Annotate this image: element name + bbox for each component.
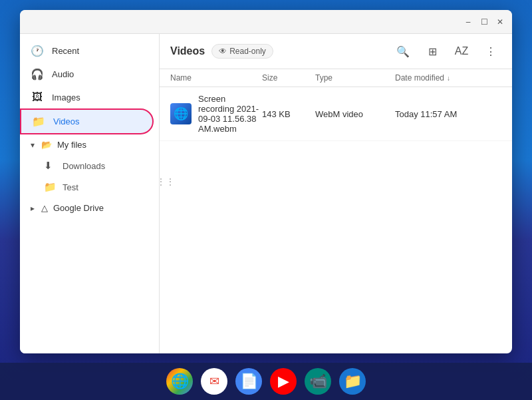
- read-only-icon: 👁: [219, 47, 227, 56]
- taskbar-chrome[interactable]: 🌐: [166, 368, 193, 395]
- sidebar-item-images-label: Images: [52, 93, 80, 102]
- file-size: 143 KB: [262, 109, 315, 119]
- file-manager-window: – ☐ ✕ 🕐 Recent 🎧 Audio 🖼 Images: [20, 10, 512, 353]
- taskbar-youtube[interactable]: ▶: [270, 368, 297, 395]
- test-folder-icon: 📁: [44, 181, 56, 193]
- header-left: Videos 👁 Read-only: [170, 44, 273, 59]
- maximize-button[interactable]: ☐: [477, 15, 491, 29]
- sort-desc-icon: ↓: [447, 75, 450, 82]
- sidebar-item-downloads[interactable]: ⬇ Downloads: [20, 155, 159, 176]
- more-options-button[interactable]: ⋮: [480, 41, 501, 62]
- file-name-cell: 🌐 Screen recording 2021-09-03 11.56.38 A…: [170, 94, 262, 134]
- sidebar-item-audio-label: Audio: [52, 69, 74, 79]
- column-name[interactable]: Name: [170, 73, 262, 83]
- googledrive-collapse-icon: ▸: [31, 204, 35, 213]
- sidebar-googledrive-section[interactable]: ▸ △ Google Drive: [20, 198, 159, 218]
- table-row[interactable]: 🌐 Screen recording 2021-09-03 11.56.38 A…: [160, 87, 512, 141]
- sidebar-myfiles-section[interactable]: ▾ 📂 My files: [20, 134, 159, 155]
- recent-icon: 🕐: [31, 45, 44, 57]
- grid-view-button[interactable]: ⊞: [422, 41, 443, 62]
- sidebar-item-test[interactable]: 📁 Test: [20, 176, 159, 198]
- sidebar-item-videos-label: Videos: [53, 116, 80, 126]
- content-header: Videos 👁 Read-only 🔍 ⊞ AZ ⋮: [160, 34, 512, 69]
- read-only-label: Read-only: [229, 47, 266, 56]
- myfiles-collapse-icon: ▾: [31, 140, 35, 150]
- googledrive-icon: △: [41, 203, 48, 213]
- file-type: WebM video: [315, 109, 395, 119]
- test-label: Test: [63, 182, 78, 192]
- myfiles-icon: 📂: [41, 140, 52, 150]
- main-content: Videos 👁 Read-only 🔍 ⊞ AZ ⋮: [160, 34, 512, 353]
- search-button[interactable]: 🔍: [392, 41, 414, 62]
- title-bar: – ☐ ✕: [20, 10, 512, 34]
- downloads-label: Downloads: [63, 161, 105, 171]
- sidebar: 🕐 Recent 🎧 Audio 🖼 Images 📁 Videos ▾: [20, 34, 160, 353]
- column-type[interactable]: Type: [315, 73, 395, 83]
- sidebar-item-recent-label: Recent: [52, 46, 79, 56]
- images-icon: 🖼: [31, 91, 44, 103]
- audio-icon: 🎧: [31, 68, 44, 81]
- content-title: Videos: [170, 45, 205, 57]
- column-date[interactable]: Date modified ↓: [395, 73, 501, 83]
- column-resize-handle[interactable]: ⋮⋮: [160, 176, 175, 187]
- sidebar-item-images[interactable]: 🖼 Images: [20, 86, 154, 108]
- file-thumb-icon: 🌐: [174, 106, 188, 121]
- taskbar: 🌐 ✉ 📄 ▶ 📹 📁: [0, 363, 532, 400]
- column-size[interactable]: Size: [262, 73, 315, 83]
- file-date: Today 11:57 AM: [395, 109, 501, 119]
- videos-icon: 📁: [32, 115, 45, 128]
- downloads-icon: ⬇: [44, 160, 56, 172]
- window-body: 🕐 Recent 🎧 Audio 🖼 Images 📁 Videos ▾: [20, 34, 512, 353]
- googledrive-label: Google Drive: [53, 203, 104, 213]
- sidebar-item-audio[interactable]: 🎧 Audio: [20, 63, 154, 86]
- taskbar-files[interactable]: 📁: [339, 368, 366, 395]
- taskbar-meet[interactable]: 📹: [305, 368, 331, 395]
- sidebar-item-videos[interactable]: 📁 Videos: [20, 108, 154, 134]
- taskbar-gmail[interactable]: ✉: [201, 368, 227, 395]
- read-only-badge: 👁 Read-only: [211, 44, 273, 59]
- taskbar-docs[interactable]: 📄: [235, 368, 262, 395]
- minimize-button[interactable]: –: [462, 15, 475, 29]
- header-right: 🔍 ⊞ AZ ⋮: [392, 41, 501, 62]
- file-table: Name Size Type Date modified ↓: [160, 69, 512, 353]
- close-button[interactable]: ✕: [493, 15, 507, 29]
- sidebar-item-recent[interactable]: 🕐 Recent: [20, 39, 154, 63]
- table-header: Name Size Type Date modified ↓: [160, 69, 512, 87]
- file-name: Screen recording 2021-09-03 11.56.38 AM.…: [198, 94, 262, 134]
- sort-button[interactable]: AZ: [451, 41, 472, 62]
- file-thumbnail: 🌐: [170, 103, 192, 124]
- myfiles-label: My files: [57, 140, 86, 150]
